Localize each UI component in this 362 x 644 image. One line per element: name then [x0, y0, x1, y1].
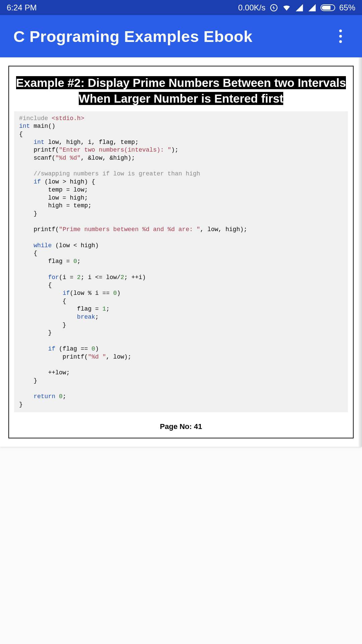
status-icons: 0.00K/s 65% [238, 3, 355, 12]
example-title: Example #2: Display Prime Numbers Betwee… [16, 75, 346, 107]
app-title: C Programing Examples Ebook [13, 27, 252, 46]
code-block: #include <stdio.h> int main() { int low,… [14, 111, 348, 412]
network-speed: 0.00K/s [238, 3, 265, 12]
svg-point-1 [339, 35, 342, 38]
page-frame: Example #2: Display Prime Numbers Betwee… [8, 66, 354, 438]
page-viewer[interactable]: Example #2: Display Prime Numbers Betwee… [0, 57, 362, 447]
status-time: 6:24 PM [7, 3, 37, 12]
battery-percent: 65% [339, 3, 355, 12]
battery-icon [320, 4, 335, 11]
svg-point-2 [339, 40, 342, 43]
wifi-icon [282, 3, 291, 12]
page-number: Page No: 41 [9, 422, 353, 431]
example-title-text: Example #2: Display Prime Numbers Betwee… [16, 76, 346, 105]
more-vert-icon [339, 30, 342, 43]
app-bar: C Programing Examples Ebook [0, 15, 362, 57]
alarm-icon [269, 3, 278, 12]
status-bar: 6:24 PM 0.00K/s 65% [0, 0, 362, 15]
svg-point-0 [339, 30, 342, 32]
signal-icon [295, 3, 304, 12]
more-options-button[interactable] [333, 28, 349, 44]
page-edge-shadow [359, 57, 362, 447]
signal-icon-2 [308, 3, 316, 12]
